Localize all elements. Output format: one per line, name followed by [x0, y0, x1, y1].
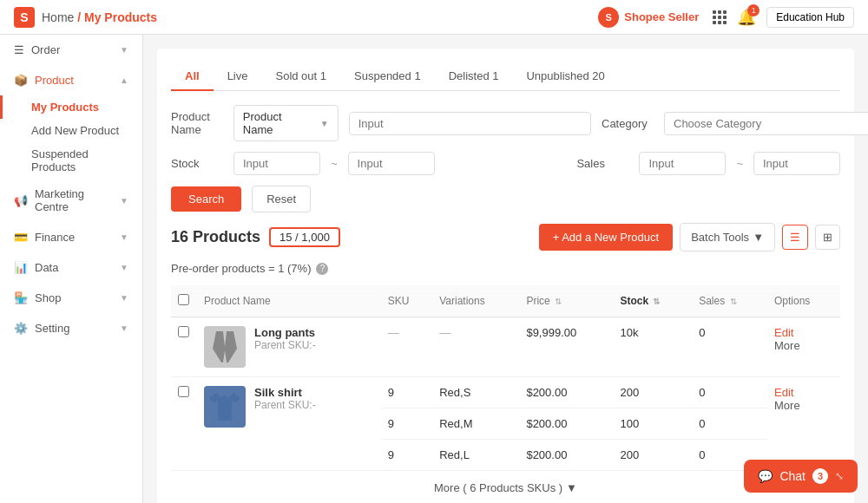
more-link[interactable]: More — [774, 339, 833, 352]
grid-menu-button[interactable] — [713, 10, 727, 24]
sidebar-item-setting[interactable]: ⚙️ Setting ▼ — [0, 313, 142, 343]
batch-tools-button[interactable]: Batch Tools ▼ — [680, 223, 775, 252]
product-name-input[interactable] — [349, 112, 591, 135]
row-price-cell: $200.00 — [519, 440, 613, 471]
row-price-cell: $200.00 — [519, 408, 613, 440]
sidebar-item-marketing[interactable]: 📢 Marketing Centre ▼ — [0, 179, 142, 222]
col-options: Options — [767, 285, 840, 317]
shop-chevron-icon: ▼ — [120, 293, 128, 303]
col-product-name: Product Name — [197, 285, 381, 317]
reset-button[interactable]: Reset — [252, 186, 311, 212]
notification-button[interactable]: 🔔 1 — [737, 8, 756, 27]
batch-chevron-icon: ▼ — [753, 231, 764, 244]
col-stock[interactable]: Stock ⇅ — [613, 285, 692, 317]
sidebar-shop-label: Shop — [35, 291, 61, 304]
finance-icon: 💳 — [14, 231, 28, 244]
product-tabs: All Live Sold out 1 Suspended 1 Delisted… — [171, 62, 840, 91]
col-variations: Variations — [432, 285, 519, 317]
chat-button[interactable]: 💬 Chat 3 ⤡ — [744, 460, 858, 493]
chat-expand-icon: ⤡ — [835, 470, 844, 482]
sidebar-item-shop[interactable]: 🏪 Shop ▼ — [0, 283, 142, 313]
category-filter: Category ✏️ — [602, 112, 868, 135]
tab-live[interactable]: Live — [214, 62, 262, 91]
table-select-all[interactable] — [171, 285, 197, 317]
sidebar-product-label: Product — [35, 74, 74, 87]
shirt-icon — [209, 391, 240, 422]
preorder-bar: Pre-order products = 1 (7%) ? — [171, 262, 840, 275]
col-price[interactable]: Price ⇅ — [519, 285, 613, 317]
products-header: 16 Products 15 / 1,000 + Add a New Produ… — [171, 223, 840, 252]
add-product-button[interactable]: + Add a New Product — [539, 224, 674, 251]
tab-sold-out[interactable]: Sold out 1 — [261, 62, 340, 91]
sidebar-sub-suspended[interactable]: Suspended Products — [0, 142, 142, 179]
more-link[interactable]: More — [774, 399, 833, 412]
more-products-button[interactable]: More ( 6 Products SKUs ) ▼ — [181, 481, 830, 494]
search-button[interactable]: Search — [171, 186, 241, 212]
product-name-label: Silk shirt — [254, 386, 316, 399]
sidebar-item-data[interactable]: 📊 Data ▼ — [0, 252, 142, 283]
sidebar-sub-my-products[interactable]: My Products — [0, 95, 142, 119]
category-input[interactable] — [664, 112, 868, 135]
breadcrumb: Home / My Products — [42, 10, 157, 24]
sidebar-item-product[interactable]: 📦 Product ▲ — [0, 65, 142, 95]
row-checkbox[interactable] — [178, 326, 189, 337]
header-right: S Shopee Seller 🔔 1 Education Hub — [598, 7, 854, 28]
more-products-cell[interactable]: More ( 6 Products SKUs ) ▼ — [171, 471, 840, 504]
home-link[interactable]: Home — [42, 10, 74, 24]
row-sku-cell: 9 — [381, 408, 433, 440]
stock-filter: Stock ~ — [171, 152, 501, 175]
shopee-logo: S — [14, 7, 35, 28]
chat-badge: 3 — [812, 468, 828, 484]
product-thumbnail — [204, 326, 246, 368]
products-quota: 15 / 1,000 — [269, 227, 340, 247]
category-label: Category — [602, 117, 654, 130]
sidebar-sub-add-product[interactable]: Add New Product — [0, 119, 142, 142]
product-info: Long pants Parent SKU:- — [204, 326, 374, 368]
sales-filter: Sales ~ — [511, 152, 841, 175]
product-name-select[interactable]: Product Name ▼ — [233, 105, 339, 141]
row-variations-cell: Red,L — [432, 440, 519, 471]
grid-icon — [713, 10, 727, 24]
seller-logo: S — [598, 7, 619, 28]
tab-delisted[interactable]: Delisted 1 — [435, 62, 513, 91]
row-product-cell: Silk shirt Parent SKU:- — [197, 377, 381, 471]
row-checkbox[interactable] — [178, 386, 189, 397]
row-stock-cell: 200 — [613, 377, 692, 408]
edit-link[interactable]: Edit — [774, 386, 833, 399]
header-icons: 🔔 1 Education Hub — [713, 7, 854, 28]
col-sku: SKU — [381, 285, 433, 317]
education-hub-button[interactable]: Education Hub — [766, 7, 854, 28]
row-checkbox-cell[interactable] — [171, 377, 197, 471]
edit-link[interactable]: Edit — [774, 326, 833, 339]
stock-min-input[interactable] — [233, 152, 320, 175]
sales-label: Sales — [576, 157, 628, 170]
col-sales[interactable]: Sales ⇅ — [692, 285, 767, 317]
product-parent-sku: Parent SKU:- — [254, 339, 316, 351]
sales-max-input[interactable] — [753, 152, 840, 175]
select-all-checkbox[interactable] — [178, 294, 189, 305]
notification-badge: 1 — [747, 4, 760, 16]
tab-suspended[interactable]: Suspended 1 — [340, 62, 435, 91]
sales-min-input[interactable] — [639, 152, 726, 175]
row-options-cell: Edit More — [767, 377, 840, 471]
stock-max-input[interactable] — [348, 152, 435, 175]
list-view-button[interactable]: ☰ — [782, 225, 808, 250]
row-sku-cell: 9 — [381, 440, 433, 471]
filter-row-2: Stock ~ Sales ~ — [171, 152, 840, 175]
sidebar-item-finance[interactable]: 💳 Finance ▼ — [0, 222, 142, 252]
finance-chevron-icon: ▼ — [120, 232, 128, 242]
products-actions: + Add a New Product Batch Tools ▼ ☰ ⊞ — [539, 223, 840, 252]
batch-tools-label: Batch Tools — [691, 231, 749, 244]
chat-icon: 💬 — [758, 469, 773, 483]
table-row: Long pants Parent SKU:- — — $9,999.00 10… — [171, 317, 840, 377]
preorder-info-icon[interactable]: ? — [316, 263, 328, 275]
row-checkbox-cell[interactable] — [171, 317, 197, 377]
tab-all[interactable]: All — [171, 62, 214, 91]
price-sort-icon: ⇅ — [555, 297, 562, 306]
sidebar-item-order[interactable]: ☰ Order ▼ — [0, 35, 142, 65]
row-sales-cell: 0 — [692, 377, 767, 408]
product-name-label: Long pants — [254, 326, 316, 339]
sku-dash: — — [388, 326, 399, 339]
tab-unpublished[interactable]: Unpublished 20 — [512, 62, 618, 91]
grid-view-button[interactable]: ⊞ — [815, 225, 840, 250]
